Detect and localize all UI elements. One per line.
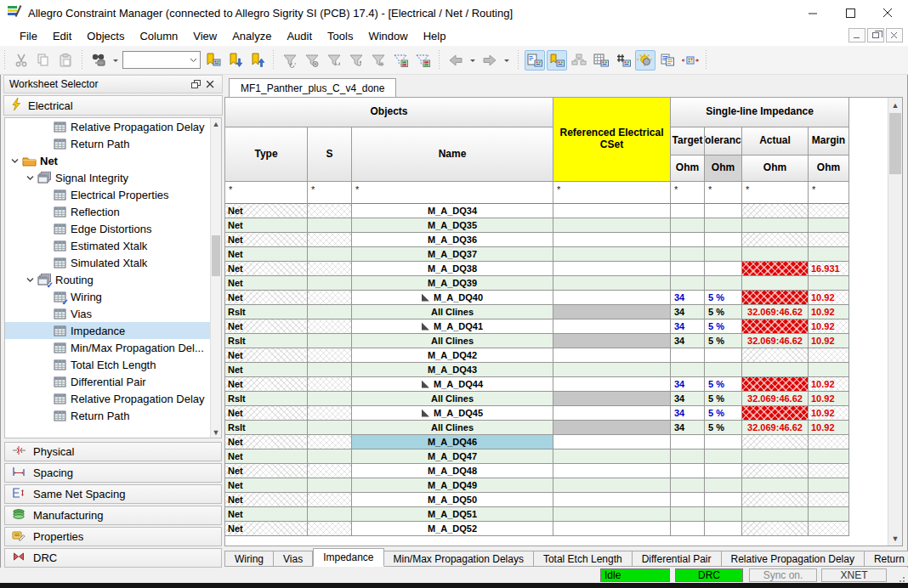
tolerance-cell[interactable]: 5 % [705, 334, 742, 348]
mdi-close-button[interactable] [886, 28, 903, 42]
header-target[interactable]: Target [671, 127, 705, 155]
notes-icon[interactable] [657, 50, 678, 71]
name-cell[interactable]: M_A_DQ39 [352, 276, 553, 291]
s-cell[interactable] [308, 204, 352, 218]
header-tolerance[interactable]: Tolerance [705, 127, 742, 155]
margin-cell[interactable] [809, 247, 849, 262]
expand-triangle-icon[interactable] [422, 410, 429, 417]
tolerance-cell[interactable]: 5 % [705, 305, 742, 319]
tab-differential-pair[interactable]: Differential Pair [633, 551, 722, 567]
highlight-icon[interactable] [635, 50, 655, 71]
float-icon[interactable] [190, 77, 203, 91]
name-cell[interactable]: M_A_DQ34 [352, 204, 553, 218]
type-cell[interactable]: Net [225, 348, 308, 363]
cset-cell[interactable] [553, 319, 671, 334]
name-cell[interactable]: M_A_DQ42 [352, 348, 553, 363]
maximize-button[interactable] [831, 0, 869, 25]
dropdown-arrow-icon[interactable] [502, 50, 512, 71]
type-cell[interactable]: Rslt [225, 334, 308, 348]
s-cell[interactable] [308, 305, 352, 319]
expand-triangle-icon[interactable] [422, 294, 429, 302]
target-cell[interactable] [671, 204, 705, 218]
next-bookmark-icon[interactable] [224, 50, 245, 71]
s-cell[interactable] [308, 493, 352, 507]
tab-relative-propagation-delay[interactable]: Relative Propagation Delay [722, 551, 865, 567]
tree-item-signal-integrity[interactable]: Signal Integrity [5, 169, 221, 186]
target-cell[interactable] [671, 218, 705, 233]
margin-cell[interactable] [809, 449, 849, 464]
tolerance-cell[interactable] [705, 233, 742, 247]
grid-scroll-thumb[interactable] [889, 113, 901, 174]
s-cell[interactable] [308, 478, 352, 493]
s-cell[interactable] [308, 464, 352, 478]
name-cell[interactable]: All Clines [352, 334, 553, 348]
section-same-net-spacing[interactable]: Same Net Spacing [4, 484, 222, 504]
type-cell[interactable]: Net [225, 464, 308, 478]
target-cell[interactable] [671, 493, 705, 507]
margin-cell[interactable] [809, 522, 849, 536]
menu-tools[interactable]: Tools [320, 27, 360, 45]
type-cell[interactable]: Rslt [225, 305, 308, 319]
type-cell[interactable]: Net [225, 507, 308, 522]
cset-cell[interactable] [553, 233, 671, 247]
filter-margin-input[interactable]: * [809, 182, 849, 204]
cset-cell[interactable] [553, 449, 671, 464]
scroll-down-icon[interactable]: ▼ [211, 427, 221, 438]
header-margin[interactable]: Margin [809, 127, 849, 155]
close-icon[interactable] [203, 77, 217, 91]
actual-cell[interactable]: 32.069:46.62 [742, 334, 809, 348]
tab-total-etch-length[interactable]: Total Etch Length [534, 551, 633, 567]
tree-scrollbar[interactable]: ▲ ▼ [210, 118, 221, 438]
s-cell[interactable] [308, 291, 352, 305]
name-cell[interactable]: M_A_DQ52 [352, 522, 553, 536]
expand-triangle-icon[interactable] [422, 381, 429, 388]
name-cell[interactable]: M_A_DQ44 [352, 377, 553, 392]
tolerance-cell[interactable] [705, 218, 742, 233]
target-cell[interactable]: 34 [671, 421, 705, 435]
type-cell[interactable]: Net [225, 276, 308, 291]
name-cell[interactable]: M_A_DQ40 [352, 291, 553, 305]
s-cell[interactable] [308, 392, 352, 406]
target-cell[interactable]: 34 [671, 291, 705, 305]
tab-vias[interactable]: Vias [274, 551, 313, 567]
tolerance-cell[interactable]: 5 % [705, 377, 742, 392]
margin-cell[interactable]: 10.92 [809, 377, 849, 392]
type-cell[interactable]: Net [225, 218, 308, 233]
name-cell[interactable]: M_A_DQ47 [352, 449, 553, 464]
target-cell[interactable] [671, 507, 705, 522]
name-cell[interactable]: M_A_DQ35 [352, 218, 553, 233]
target-cell[interactable] [671, 348, 705, 363]
tree-item-impedance[interactable]: Impedance [5, 322, 221, 339]
header-type[interactable]: Type [225, 127, 308, 182]
tree-item-return-path[interactable]: Return Path [5, 135, 221, 152]
s-cell[interactable] [308, 276, 352, 291]
header-actual[interactable]: Actual [742, 127, 809, 155]
cset-cell[interactable] [553, 247, 671, 262]
target-cell[interactable] [671, 276, 705, 291]
tab-return-path[interactable]: Return Path [865, 551, 908, 567]
margin-cell[interactable] [809, 218, 849, 233]
target-cell[interactable]: 34 [671, 392, 705, 406]
expand-triangle-icon[interactable] [422, 323, 429, 331]
scroll-up-icon[interactable]: ▲ [888, 98, 902, 112]
menu-column[interactable]: Column [132, 27, 185, 45]
actual-cell[interactable] [742, 449, 809, 464]
menu-window[interactable]: Window [360, 27, 415, 45]
actual-cell[interactable] [742, 247, 809, 262]
name-cell[interactable]: M_A_DQ51 [352, 507, 553, 522]
type-cell[interactable]: Net [225, 262, 308, 276]
actual-cell[interactable] [742, 204, 809, 218]
type-cell[interactable]: Net [225, 363, 308, 377]
actual-cell[interactable] [742, 348, 809, 363]
margin-cell[interactable]: 10.92 [809, 291, 849, 305]
filter-name-input[interactable]: * [352, 182, 553, 204]
tree-item-return-path[interactable]: Return Path [5, 407, 221, 424]
tolerance-cell[interactable]: 5 % [705, 291, 742, 305]
net-view-icon[interactable] [679, 50, 700, 71]
mdi-minimize-button[interactable] [848, 28, 865, 42]
type-cell[interactable]: Rslt [225, 421, 308, 435]
actual-cell[interactable] [742, 233, 809, 247]
s-cell[interactable] [308, 218, 352, 233]
header-group-objects[interactable]: Objects [225, 98, 553, 127]
section-manufacturing[interactable]: Manufacturing [4, 506, 222, 525]
